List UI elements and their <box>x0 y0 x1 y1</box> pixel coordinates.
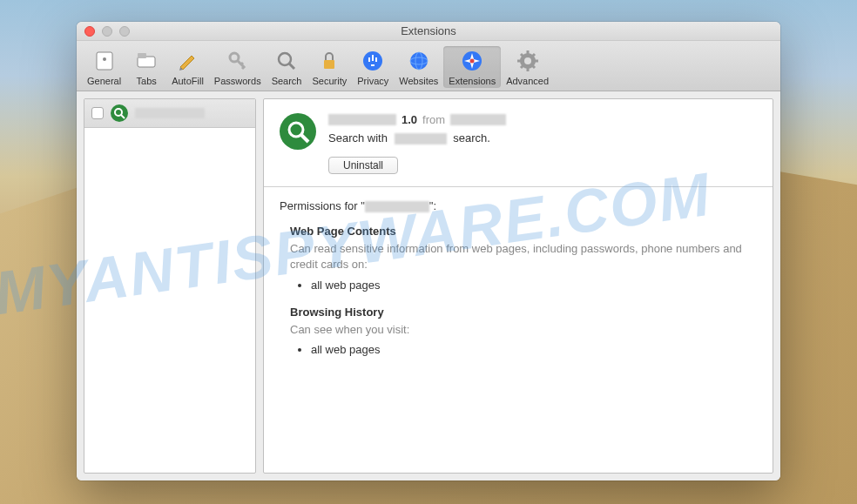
tab-label: Security <box>312 76 347 86</box>
autofill-icon <box>174 48 200 74</box>
perm-suffix: ": <box>429 199 436 212</box>
tab-extensions[interactable]: Extensions <box>443 46 501 88</box>
content-area: 1.0 from Search with search. Uninstall P… <box>77 91 780 480</box>
window-title: Extensions <box>77 24 780 37</box>
tabs-icon <box>133 48 159 74</box>
extension-version: 1.0 <box>402 113 417 126</box>
extension-name-redacted <box>135 108 205 118</box>
perm-prefix: Permissions for " <box>280 199 365 212</box>
tab-autofill[interactable]: AutoFill <box>166 46 209 88</box>
svg-point-14 <box>524 57 531 64</box>
detail-info: 1.0 from Search with search. Uninstall <box>328 113 757 174</box>
extension-icon-large <box>280 113 316 150</box>
permission-heading: Browsing History <box>290 306 757 319</box>
tab-privacy[interactable]: Privacy <box>352 46 394 88</box>
svg-point-12 <box>470 58 475 63</box>
globe-icon <box>406 48 432 74</box>
perm-name-redacted <box>365 201 429 212</box>
extensions-icon <box>459 48 485 74</box>
general-icon <box>91 48 118 74</box>
gear-icon <box>515 48 541 74</box>
svg-point-15 <box>115 109 122 116</box>
permissions-title: Permissions for "": <box>280 199 757 212</box>
extensions-sidebar <box>84 98 256 474</box>
detail-title-line: 1.0 from <box>328 113 757 126</box>
desc-prefix: Search with <box>328 131 388 144</box>
svg-point-8 <box>410 52 428 70</box>
tab-label: Websites <box>399 76 438 86</box>
tab-label: Extensions <box>449 76 496 86</box>
tab-label: Tabs <box>137 76 157 86</box>
tab-label: Privacy <box>357 76 388 86</box>
preferences-window: Extensions General Tabs AutoFill Passwor… <box>77 22 780 480</box>
permission-heading: Web Page Contents <box>290 225 757 238</box>
tab-general[interactable]: General <box>82 46 126 88</box>
tab-label: AutoFill <box>172 76 204 86</box>
svg-point-1 <box>103 57 106 61</box>
lock-icon <box>316 48 342 74</box>
tab-label: General <box>87 76 121 86</box>
tab-websites[interactable]: Websites <box>394 46 443 88</box>
tab-label: Search <box>272 76 302 86</box>
permission-description: Can read sensitive information from web … <box>290 241 757 272</box>
titlebar[interactable]: Extensions <box>77 22 780 41</box>
from-label: from <box>422 113 445 126</box>
extension-enable-checkbox[interactable] <box>91 107 104 119</box>
extension-icon <box>111 104 128 122</box>
extension-vendor-redacted <box>450 114 506 125</box>
permission-item: all web pages <box>311 279 757 292</box>
tab-label: Advanced <box>506 76 549 86</box>
key-icon <box>225 48 251 74</box>
uninstall-button[interactable]: Uninstall <box>328 157 398 174</box>
tab-tabs[interactable]: Tabs <box>126 46 166 88</box>
permission-group: Web Page Contents Can read sensitive inf… <box>290 225 757 291</box>
tab-passwords[interactable]: Passwords <box>209 46 267 88</box>
search-icon <box>273 48 300 74</box>
extension-list-item[interactable] <box>84 99 255 128</box>
svg-point-5 <box>279 53 291 65</box>
tab-advanced[interactable]: Advanced <box>501 46 554 88</box>
toolbar: General Tabs AutoFill Passwords Search <box>77 41 780 91</box>
svg-rect-3 <box>138 53 146 58</box>
permission-list: all web pages <box>311 279 757 292</box>
extension-description: Search with search. <box>328 131 757 144</box>
extension-name-redacted <box>328 114 396 125</box>
tab-search[interactable]: Search <box>267 46 307 88</box>
desc-suffix: search. <box>453 131 490 144</box>
permission-list: all web pages <box>311 343 757 356</box>
permission-item: all web pages <box>311 343 757 356</box>
permissions-section: Permissions for "": Web Page Contents Ca… <box>264 187 773 382</box>
permission-group: Browsing History Can see when you visit:… <box>290 306 757 356</box>
tab-label: Passwords <box>214 76 261 86</box>
tab-security[interactable]: Security <box>307 46 352 88</box>
svg-rect-6 <box>324 60 334 69</box>
desc-redacted <box>395 133 447 144</box>
permission-description: Can see when you visit: <box>290 322 757 338</box>
hand-icon <box>360 48 386 74</box>
extension-detail-panel: 1.0 from Search with search. Uninstall P… <box>263 98 773 474</box>
svg-point-16 <box>289 123 303 137</box>
detail-header: 1.0 from Search with search. Uninstall <box>264 99 773 186</box>
